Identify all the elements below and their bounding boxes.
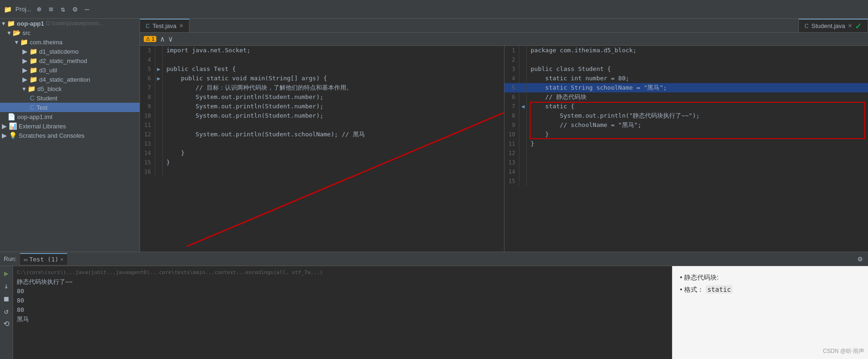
console-output[interactable]: C:\(core\(suri\)...java(junit...javaagen… xyxy=(13,266,672,359)
run-stop-btn[interactable]: ■ xyxy=(3,293,10,304)
d2-label: d2_static_method xyxy=(39,57,87,64)
settings-gear-icon[interactable]: ⚙ xyxy=(856,253,864,264)
table-row: 13 xyxy=(140,139,504,148)
d3-folder-icon: 📁 xyxy=(29,66,37,74)
run-wrap-btn[interactable]: ⟲ xyxy=(2,318,10,329)
sidebar-item-external-libs[interactable]: ▶ 📊 External Libraries xyxy=(0,121,140,131)
com-folder-icon: 📁 xyxy=(20,38,28,46)
tab-student-java[interactable]: C Student.java ✕ ✓ xyxy=(798,19,868,32)
d5-folder-icon: 📁 xyxy=(28,85,35,92)
gutter-marker: ▶ xyxy=(157,75,160,82)
sidebar-item-d5[interactable]: ▾ 📁 d5_block xyxy=(0,84,140,93)
sort-icon[interactable]: ⇅ xyxy=(59,4,67,14)
sidebar-item-com-itheima[interactable]: ▾ 📁 com.itheima xyxy=(0,37,140,47)
table-row: 3public class Student { xyxy=(504,64,868,74)
nav-down[interactable]: ∨ xyxy=(168,35,173,43)
iml-label: oop-app1.iml xyxy=(17,113,52,120)
console-line-3: 80 xyxy=(17,296,668,305)
code-panel-student[interactable]: 1package com.itheima.d5_block;23public c… xyxy=(504,46,868,252)
table-row: 1package com.itheima.d5_block; xyxy=(504,46,868,55)
sidebar-item-d4[interactable]: ▶ 📁 d4_static_attention xyxy=(0,75,140,84)
tab-test-java[interactable]: C Test.java ✕ xyxy=(140,19,189,32)
csdn-watermark: CSDN @听·雨声 xyxy=(823,347,864,355)
run-toolbar: ▶ ↓ ■ ↺ ⟲ xyxy=(0,266,13,359)
console-path: C:\(core\(suri\)...java(junit...javaagen… xyxy=(17,268,668,277)
src-folder-icon: 📂 xyxy=(13,29,21,36)
project-folder-icon: 📁 xyxy=(7,20,15,27)
expand-com-icon: ▾ xyxy=(15,38,18,46)
table-row: 14 } xyxy=(140,148,504,158)
table-row: 7◀ static { xyxy=(504,102,868,111)
table-row: 11} xyxy=(504,139,868,148)
code-panels: 3import java.net.Socket;45▶public class … xyxy=(140,46,868,252)
top-toolbar: 📁 Proj... ⊕ ≡ ⇅ ⚙ – xyxy=(0,0,868,19)
test-java-tab-icon: C xyxy=(146,23,150,29)
student-java-tab-label: Student.java xyxy=(812,22,845,29)
editor-warning-bar: ⚠ 1 ∧ ∨ xyxy=(140,33,868,46)
table-row: 9 // schoolName = "黑马"; xyxy=(504,120,868,130)
run-tab-label: Test (1) xyxy=(29,256,59,263)
settings-icon[interactable]: ⚙ xyxy=(71,4,79,14)
project-icon: 📁 xyxy=(4,6,12,13)
code-panel-test[interactable]: 3import java.net.Socket;45▶public class … xyxy=(140,46,504,252)
iml-icon: 📄 xyxy=(7,113,15,120)
expand-icon: ▾ xyxy=(2,20,5,27)
sidebar-item-iml[interactable]: 📄 oop-app1.iml xyxy=(0,112,140,121)
run-tab-test[interactable]: ▭ Test (1) ✕ xyxy=(20,253,67,265)
d1-folder-icon: 📁 xyxy=(29,48,37,55)
run-rerun-btn[interactable]: ↺ xyxy=(3,306,10,317)
target-icon[interactable]: ⊕ xyxy=(35,4,43,14)
sidebar-item-src[interactable]: ▾ 📂 src xyxy=(0,28,140,37)
table-row: 3import java.net.Socket; xyxy=(140,46,504,55)
test-java-tab-label: Test.java xyxy=(153,22,176,29)
sidebar-item-student[interactable]: C Student xyxy=(0,93,140,103)
project-name: oop-app1 xyxy=(17,20,44,27)
run-play-btn[interactable]: ▶ xyxy=(3,268,10,279)
sidebar-item-d2[interactable]: ▶ 📁 d2_static_method xyxy=(0,56,140,65)
list-icon[interactable]: ≡ xyxy=(47,4,56,14)
sidebar-item-d1[interactable]: ▶ 📁 d1_staticdemo xyxy=(0,47,140,56)
table-row: 10 System.out.println(Student.number); xyxy=(140,111,504,120)
tab-test-close[interactable]: ✕ xyxy=(179,23,183,29)
run-tab-close[interactable]: ✕ xyxy=(60,256,63,262)
main-area: ▾ 📁 oop-app1 D:\code\javasepromo... ▾ 📂 … xyxy=(0,19,868,252)
sidebar-item-test[interactable]: C Test xyxy=(0,103,140,112)
info-bullet-2-code: static xyxy=(706,285,733,294)
test-label: Test xyxy=(36,104,48,111)
d4-label: d4_static_attention xyxy=(39,76,90,83)
console-line-4: 80 xyxy=(17,305,668,315)
table-row: 11 xyxy=(140,120,504,130)
sidebar-item-d3[interactable]: ▶ 📁 d3_util xyxy=(0,65,140,75)
bottom-content: ▶ ↓ ■ ↺ ⟲ C:\(core\(suri\)...java(junit.… xyxy=(0,266,868,359)
expand-scratches-icon: ▶ xyxy=(2,132,7,139)
code-table-student: 1package com.itheima.d5_block;23public c… xyxy=(504,46,868,186)
d5-label: d5_block xyxy=(37,85,62,92)
run-down-btn[interactable]: ↓ xyxy=(3,281,10,291)
minimize-icon[interactable]: – xyxy=(83,4,91,14)
console-line-5: 黑马 xyxy=(17,315,668,324)
table-row: 7 // 目标：认识两种代码块，了解他们的特点和基本作用。 xyxy=(140,83,504,92)
table-row: 6 // 静态代码块 xyxy=(504,92,868,102)
table-row: 5▶public class Test { xyxy=(140,64,504,74)
nav-up[interactable]: ∧ xyxy=(160,35,165,43)
ext-libs-icon: 📊 xyxy=(9,122,17,130)
table-row: 9 System.out.println(Student.number); xyxy=(140,102,504,111)
com-itheima-label: com.itheima xyxy=(30,39,63,46)
editor-tabs: C Test.java ✕ C Student.java ✕ ✓ xyxy=(140,19,868,33)
expand-d5-icon: ▾ xyxy=(22,85,26,92)
info-bullet-2: • 格式： static xyxy=(680,286,861,294)
expand-ext-icon: ▶ xyxy=(2,122,7,130)
sidebar-item-project[interactable]: ▾ 📁 oop-app1 D:\code\javasepromo... xyxy=(0,19,140,28)
bottom-tabs: Run: ▭ Test (1) ✕ ⚙ xyxy=(0,252,868,266)
d1-label: d1_staticdemo xyxy=(39,48,79,55)
src-label: src xyxy=(22,29,30,36)
table-row: 14 xyxy=(504,167,868,176)
code-table-test: 3import java.net.Socket;45▶public class … xyxy=(140,46,504,176)
ext-libs-label: External Libraries xyxy=(19,123,66,130)
checkmark-icon: ✓ xyxy=(855,21,862,31)
gutter-marker: ▶ xyxy=(157,66,160,72)
expand-d4-icon: ▶ xyxy=(22,76,28,83)
tab-student-close[interactable]: ✕ xyxy=(848,23,852,29)
sidebar-item-scratches[interactable]: ▶ 💡 Scratches and Consoles xyxy=(0,131,140,140)
scratches-label: Scratches and Consoles xyxy=(19,132,84,139)
